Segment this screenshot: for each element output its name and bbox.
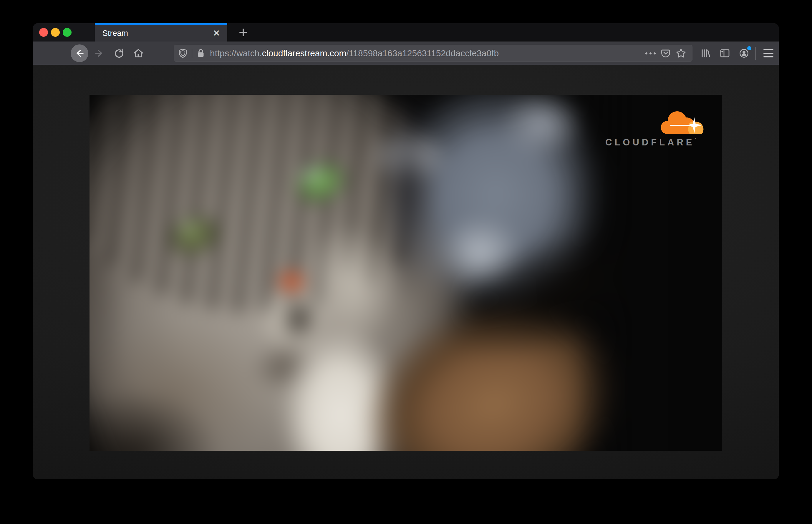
pocket-icon [660,48,671,59]
url-prefix: https://watch. [210,48,262,58]
window-controls [33,23,95,42]
star-icon [676,48,686,59]
hamburger-menu-icon [763,49,774,58]
toolbar-separator [755,47,756,60]
cat-nose [277,270,306,294]
trademark-mark: ’ [695,137,696,142]
tab-bar: Stream ✕ + [33,23,779,42]
sidebar-icon [719,47,731,59]
pocket-button[interactable] [658,46,673,61]
lock-icon[interactable] [196,48,206,58]
page-actions-button[interactable] [643,46,658,61]
video-player[interactable]: CLOUDFLARE’ [90,95,722,451]
menu-button[interactable] [759,45,778,62]
reload-button[interactable] [111,45,127,62]
library-icon [700,47,711,59]
page-content: CLOUDFLARE’ [33,65,779,479]
cloudflare-logo: CLOUDFLARE’ [605,107,705,148]
url-path: /118598a163a125631152ddaccfe3a0fb [346,48,499,58]
forward-arrow-icon [94,48,105,59]
sidebar-button[interactable] [717,45,733,62]
library-button[interactable] [697,45,714,62]
home-icon [132,47,144,59]
desktop-background: Stream ✕ + [0,0,812,524]
new-tab-button[interactable]: + [231,23,255,42]
tab-title: Stream [102,29,212,38]
home-button[interactable] [130,45,147,62]
back-arrow-icon [74,48,85,59]
reload-icon [113,48,125,59]
window-zoom-button[interactable] [63,28,71,37]
window-minimize-button[interactable] [51,28,60,37]
right-dark-area [572,95,722,451]
urlbar-divider [192,49,192,58]
url-domain: cloudflarestream.com [262,48,346,58]
tab-stream[interactable]: Stream ✕ [95,23,227,42]
account-notification-dot [747,46,751,50]
navigation-toolbar: https://watch.cloudflarestream.com/11859… [33,42,779,65]
tracking-protection-shield-icon[interactable] [178,48,188,59]
url-text: https://watch.cloudflarestream.com/11859… [210,48,499,58]
tab-close-button[interactable]: ✕ [212,29,221,38]
cloudflare-cloud-icon [661,107,705,136]
cloudflare-wordmark: CLOUDFLARE’ [605,137,705,148]
bookmark-star-button[interactable] [673,46,689,61]
account-button[interactable] [736,45,752,62]
back-button[interactable] [71,45,88,62]
video-frame-blurred-cat [90,95,722,451]
window-close-button[interactable] [39,28,48,37]
browser-window: Stream ✕ + [33,23,779,479]
page-actions-icon [645,52,656,54]
url-bar[interactable]: https://watch.cloudflarestream.com/11859… [174,45,693,62]
forward-button[interactable] [91,45,108,62]
